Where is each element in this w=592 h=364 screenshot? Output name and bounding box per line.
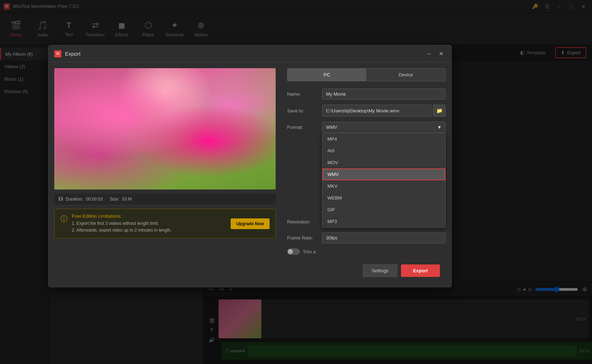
name-input[interactable] — [322, 89, 446, 100]
frame-rate-input[interactable] — [322, 232, 446, 243]
format-option-mkv[interactable]: MKV — [322, 180, 445, 192]
dialog-header: M Export ─ ✕ — [49, 45, 451, 62]
duration-label: Duration: — [66, 197, 83, 202]
format-option-mp4[interactable]: MP4 — [322, 133, 445, 145]
format-dropdown-list: MP4 AVI MOV WMV MKV WEBM GIF MP3 — [322, 133, 446, 228]
resolution-label: Resolution: — [287, 219, 319, 224]
export-final-button[interactable]: Export — [401, 264, 440, 277]
dialog-body: 🎞 Duration: 00:00:53 Size: 53 M ⓘ Free E… — [49, 62, 451, 287]
flower-background — [54, 68, 276, 189]
preview-image — [54, 68, 276, 189]
free-edition-line1: 1. Export the first 3 videos without len… — [72, 221, 159, 226]
format-option-gif[interactable]: GIF — [322, 204, 445, 216]
save-to-input[interactable] — [322, 105, 431, 117]
frame-rate-label: Frame Rate: — [287, 235, 319, 241]
name-label: Name: — [287, 91, 319, 97]
trim-toggle[interactable] — [287, 248, 300, 255]
free-edition-title: Free Edition Limitations: — [72, 213, 226, 219]
format-option-wmv[interactable]: WMV — [322, 168, 445, 180]
size-label: Size: — [110, 197, 119, 202]
modal-overlay: M Export ─ ✕ 🎞 Duration: 00:00:53 Size: … — [0, 0, 592, 364]
save-to-row: Save to: 📁 — [287, 105, 446, 117]
toggle-knob — [288, 249, 293, 254]
upgrade-button[interactable]: Upgrade Now — [231, 218, 270, 229]
format-row: Format: WMV ▼ MP4 AVI MOV WMV MKV — [287, 122, 446, 133]
output-tabs: PC Device — [287, 68, 446, 81]
format-dropdown-container: WMV ▼ MP4 AVI MOV WMV MKV WEBM GIF — [322, 122, 446, 133]
duration-value: 00:00:53 — [86, 197, 103, 202]
dialog-icon: M — [54, 50, 61, 57]
format-dropdown[interactable]: WMV ▼ — [322, 122, 446, 133]
export-dialog: M Export ─ ✕ 🎞 Duration: 00:00:53 Size: … — [48, 45, 452, 287]
format-option-mp3[interactable]: MP3 — [322, 216, 445, 227]
dialog-minimize-button[interactable]: ─ — [425, 50, 433, 58]
preview-side: 🎞 Duration: 00:00:53 Size: 53 M ⓘ Free E… — [49, 62, 281, 287]
frame-rate-row: Frame Rate: — [287, 232, 446, 243]
name-row: Name: — [287, 89, 446, 100]
info-icon: ⓘ — [60, 214, 67, 224]
tab-pc[interactable]: PC — [287, 69, 366, 81]
dialog-close-button[interactable]: ✕ — [437, 50, 446, 58]
free-edition-box: ⓘ Free Edition Limitations: 1. Export th… — [54, 209, 276, 238]
preview-info: 🎞 Duration: 00:00:53 Size: 53 M — [54, 194, 276, 204]
format-option-mov[interactable]: MOV — [322, 157, 445, 168]
settings-button[interactable]: Settings — [363, 264, 397, 277]
format-option-avi[interactable]: AVI — [322, 145, 445, 157]
film-icon: 🎞 — [59, 197, 63, 202]
browse-button[interactable]: 📁 — [433, 105, 446, 117]
fee-content: Free Edition Limitations: 1. Export the … — [72, 213, 226, 234]
save-to-label: Save to: — [287, 108, 319, 113]
format-current-value: WMV — [326, 125, 337, 130]
tab-device[interactable]: Device — [366, 69, 445, 81]
dialog-title: Export — [65, 51, 421, 57]
free-edition-text: 1. Export the first 3 videos without len… — [72, 220, 226, 234]
save-to-input-group: 📁 — [322, 105, 446, 117]
settings-side: PC Device Name: Save to: 📁 — [281, 62, 451, 287]
trim-row: Trim a — [287, 248, 446, 255]
format-label: Format: — [287, 125, 319, 130]
dialog-footer: Settings Export — [287, 260, 446, 281]
size-value: 53 M — [122, 197, 132, 202]
free-edition-line2: 2. Afterwards, export video up to 2 minu… — [72, 228, 172, 233]
chevron-down-icon: ▼ — [437, 125, 442, 130]
trim-label: Trim a — [303, 249, 316, 254]
format-option-webm[interactable]: WEBM — [322, 192, 445, 204]
